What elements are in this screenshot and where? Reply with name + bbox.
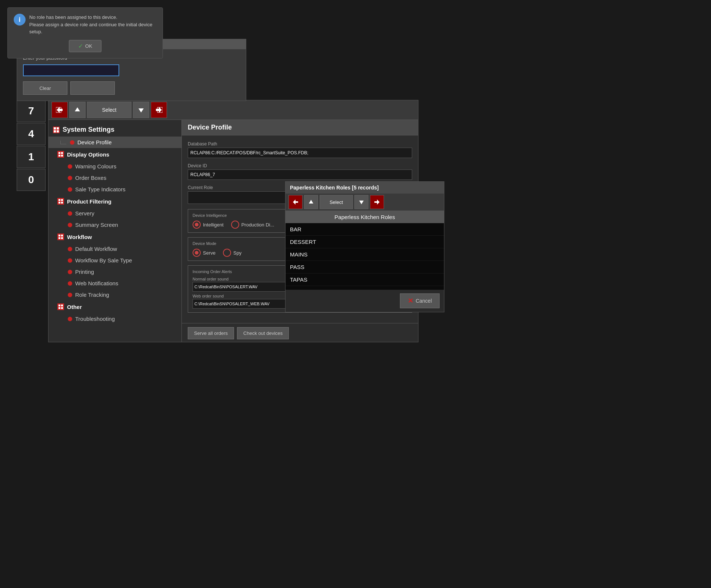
svg-marker-28 [359, 201, 364, 204]
nav-dot-role-tracking [68, 293, 72, 297]
db-path-group: Database Path [188, 141, 412, 158]
svg-rect-25 [61, 307, 63, 309]
nav-role-tracking[interactable]: Role Tracking [49, 289, 181, 300]
roles-bottom: ✕ Cancel [286, 290, 444, 312]
svg-rect-17 [61, 202, 63, 204]
info-dialog: i No role has been assigned to this devi… [7, 7, 163, 58]
svg-rect-11 [61, 152, 63, 154]
db-path-input[interactable] [188, 148, 412, 158]
roles-back-button[interactable] [288, 195, 303, 209]
role-item-bar[interactable]: BAR [286, 223, 444, 236]
nav-servery[interactable]: Servery [49, 208, 181, 219]
display-options-icon [57, 151, 64, 158]
svg-rect-6 [54, 127, 56, 130]
svg-marker-2 [75, 107, 80, 111]
nav-troubleshooting[interactable]: Troubleshooting [49, 313, 181, 325]
role-item-dessert[interactable]: DESSERT [286, 236, 444, 248]
radio-production-display[interactable]: Production Di... [231, 221, 274, 229]
nav-web-notifications[interactable]: Web Notifications [49, 278, 181, 289]
clear-button[interactable]: Clear [23, 81, 67, 95]
svg-marker-29 [374, 199, 380, 205]
nav-default-workflow[interactable]: Default Workflow [49, 243, 181, 255]
radio-serve-circle [193, 249, 201, 257]
radio-intelligent-circle [193, 221, 201, 229]
system-settings-icon [53, 127, 60, 133]
select-button[interactable]: Select [87, 102, 131, 118]
nav-device-profile[interactable]: Device Profile [49, 137, 181, 148]
other-header: Other [49, 300, 181, 313]
settings-toolbar: Select [49, 100, 418, 120]
svg-rect-22 [59, 305, 60, 306]
cancel-button[interactable]: ✕ Cancel [400, 293, 440, 308]
radio-intelligent[interactable]: Intelligent [193, 221, 224, 229]
numpad-key-1[interactable]: 1 [17, 146, 46, 168]
down-arrow-button[interactable] [133, 102, 149, 118]
svg-marker-4 [156, 107, 162, 113]
roles-select-button[interactable]: Select [320, 195, 353, 209]
roles-forward-button[interactable] [370, 195, 384, 209]
device-id-group: Device ID [188, 163, 412, 180]
forward-document-button[interactable] [151, 102, 167, 118]
nav-dot-warning-colours [68, 164, 72, 169]
svg-rect-13 [61, 155, 63, 157]
workflow-header: Workflow [49, 231, 181, 243]
role-item-tapas[interactable]: TAPAS [286, 273, 444, 286]
numpad-key-4[interactable]: 4 [17, 123, 46, 145]
svg-rect-15 [61, 199, 63, 201]
password-buttons: Clear [23, 81, 240, 95]
svg-rect-18 [59, 235, 60, 236]
svg-marker-27 [309, 200, 313, 204]
radio-spy[interactable]: Spy [223, 249, 241, 257]
roles-down-button[interactable] [354, 195, 368, 209]
db-path-label: Database Path [188, 141, 412, 147]
nav-dot-summary-screen [68, 223, 72, 227]
info-line1: No role has been assigned to this device… [29, 14, 157, 21]
svg-rect-14 [59, 199, 60, 201]
role-item-mains[interactable]: MAINS [286, 248, 444, 261]
svg-rect-12 [59, 155, 60, 157]
device-id-input[interactable] [188, 169, 412, 180]
nav-dot-web-notifications [68, 281, 72, 286]
system-settings-header: System Settings [49, 123, 181, 137]
svg-rect-19 [61, 235, 63, 236]
serve-all-orders-button[interactable]: Serve all orders [188, 327, 234, 339]
numpad-key-7[interactable]: 7 [17, 100, 46, 122]
radio-serve[interactable]: Serve [193, 249, 216, 257]
svg-rect-20 [59, 237, 60, 239]
numpad-key-0[interactable]: 0 [17, 169, 46, 191]
other-icon [57, 303, 64, 310]
svg-rect-7 [57, 127, 59, 130]
password-input[interactable] [23, 64, 119, 76]
nav-sale-type-indicators[interactable]: Sale Type Indicators [49, 184, 181, 195]
ok-button[interactable]: ✓ OK [69, 40, 101, 52]
x-icon: ✕ [408, 297, 413, 305]
role-item-pass[interactable]: PASS [286, 261, 444, 273]
radio-production-circle [231, 221, 239, 229]
back-document-button[interactable] [51, 102, 68, 118]
settings-nav: System Settings Device Profile Display O… [49, 120, 182, 342]
info-dialog-content: i No role has been assigned to this devi… [14, 14, 157, 36]
content-title: Device Profile [182, 120, 418, 135]
nav-summary-screen[interactable]: Summary Screen [49, 219, 181, 231]
nav-dot-workflow-sale-type [68, 258, 72, 263]
nav-dot-default-workflow [68, 247, 72, 251]
display-options-header: Display Options [49, 148, 181, 161]
nav-workflow-by-sale-type[interactable]: Workflow By Sale Type [49, 255, 181, 266]
roles-up-button[interactable] [304, 195, 318, 209]
checkmark-icon: ✓ [78, 43, 83, 50]
roles-dialog: Paperless Kitchen Roles [5 records] Sele… [285, 181, 444, 312]
check-out-devices-button[interactable]: Check out devices [237, 327, 289, 339]
nav-order-boxes[interactable]: Order Boxes [49, 172, 181, 184]
enter-button[interactable] [70, 81, 115, 95]
nav-warning-colours[interactable]: Warning Colours [49, 161, 181, 172]
up-arrow-button[interactable] [69, 102, 86, 118]
nav-printing[interactable]: Printing [49, 266, 181, 278]
info-icon: i [14, 14, 26, 26]
roles-title-bar: Paperless Kitchen Roles [5 records] [286, 182, 444, 194]
roles-header: Paperless Kitchen Roles [286, 211, 444, 223]
nav-dot-troubleshooting [68, 317, 72, 321]
nav-dot-sale-type [68, 187, 72, 192]
product-filtering-header: Product Filtering [49, 195, 181, 208]
svg-marker-0 [57, 107, 63, 113]
nav-dot-servery [68, 211, 72, 216]
